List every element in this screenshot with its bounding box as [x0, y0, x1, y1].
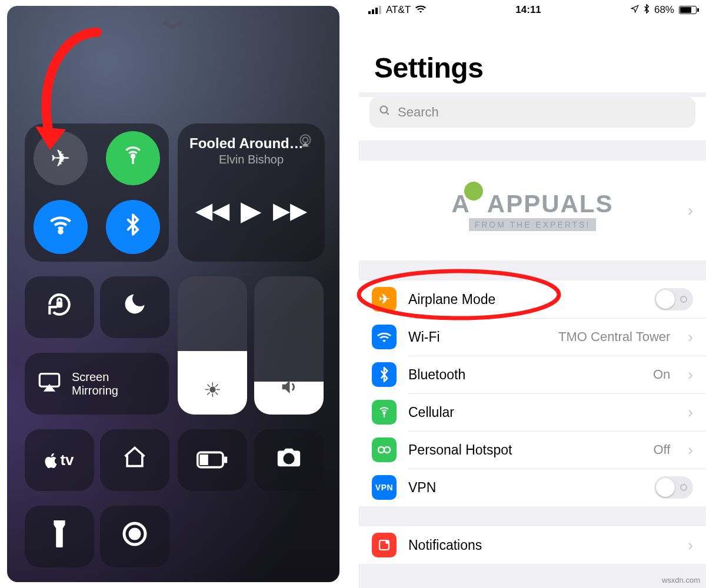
svg-rect-8	[224, 456, 227, 463]
notifications-icon	[372, 533, 397, 557]
vpn-row[interactable]: VPN VPN	[359, 469, 706, 506]
svg-rect-9	[199, 455, 208, 465]
now-playing-title: Fooled Around…	[189, 135, 313, 152]
row-value: TMO Central Tower	[558, 329, 670, 345]
wifi-toggle[interactable]	[34, 200, 88, 254]
camera-icon	[275, 446, 302, 475]
search-placeholder: Search	[398, 105, 439, 120]
watermark-subtitle: FROM THE EXPERTS!	[469, 218, 597, 231]
bluetooth-row[interactable]: Bluetooth On ›	[359, 356, 706, 393]
forward-button[interactable]: ▶▶	[273, 198, 307, 223]
chevron-right-icon: ›	[688, 403, 693, 422]
chevron-right-icon: ›	[688, 328, 693, 346]
row-label: Wi-Fi	[408, 329, 440, 345]
low-power-mode-toggle[interactable]	[178, 429, 247, 491]
row-label: Personal Hotspot	[408, 442, 512, 458]
connectivity-group: ✈ Airplane Mode Wi-Fi TMO Central Tower …	[359, 280, 706, 506]
volume-icon	[279, 377, 299, 402]
screen-mirroring-label: Screen Mirroring	[72, 370, 118, 397]
antenna-icon	[121, 143, 145, 172]
apple-tv-icon: tv	[45, 451, 74, 469]
bluetooth-status-icon	[644, 4, 650, 16]
svg-point-13	[381, 106, 388, 113]
do-not-disturb-toggle[interactable]	[100, 276, 169, 338]
row-label: VPN	[408, 480, 436, 496]
airplane-mode-row[interactable]: ✈ Airplane Mode	[359, 280, 706, 318]
vpn-icon: VPN	[372, 475, 397, 500]
page-title: Settings	[374, 52, 691, 84]
home-icon	[122, 445, 148, 476]
svg-point-4	[303, 138, 308, 143]
svg-rect-5	[56, 301, 62, 307]
svg-point-18	[384, 447, 390, 453]
row-label: Cellular	[408, 405, 454, 420]
now-playing-artist: Elvin Bishop	[189, 153, 313, 166]
svg-point-17	[378, 447, 384, 453]
signal-icon	[368, 6, 381, 14]
now-playing-panel[interactable]: Fooled Around… Elvin Bishop ◀◀ ▶ ▶▶	[178, 123, 325, 262]
svg-point-11	[130, 529, 139, 539]
rewind-button[interactable]: ◀◀	[195, 198, 229, 223]
image-credit: wsxdn.com	[662, 576, 700, 584]
screen-mirroring-button[interactable]: Screen Mirroring	[25, 353, 169, 415]
hotspot-row[interactable]: Personal Hotspot Off ›	[359, 431, 706, 469]
cellular-data-toggle[interactable]	[106, 131, 160, 185]
wifi-status-icon	[415, 4, 426, 16]
airplane-mode-switch[interactable]	[654, 288, 693, 310]
carrier-label: AT&T	[386, 4, 411, 16]
connectivity-panel: ✈	[25, 123, 169, 262]
row-label: Bluetooth	[408, 367, 465, 383]
airplane-icon: ✈	[51, 145, 71, 172]
cellular-row[interactable]: Cellular ›	[359, 393, 706, 431]
notifications-row[interactable]: Notifications ›	[359, 526, 706, 564]
record-icon	[121, 520, 149, 554]
chevron-right-icon: ›	[688, 201, 693, 220]
moon-icon	[122, 291, 148, 323]
chevron-right-icon: ›	[688, 536, 693, 554]
volume-slider[interactable]	[254, 276, 324, 415]
hotspot-icon	[372, 437, 397, 462]
flashlight-icon	[51, 519, 68, 554]
svg-point-21	[385, 540, 389, 544]
collapse-chevron-icon[interactable]: ︾	[163, 14, 184, 43]
play-button[interactable]: ▶	[241, 195, 261, 226]
search-icon	[379, 105, 391, 120]
battery-icon	[197, 446, 228, 475]
bluetooth-toggle[interactable]	[106, 200, 160, 254]
screen-record-button[interactable]	[100, 506, 169, 567]
wifi-icon	[372, 325, 397, 349]
clock: 14:11	[515, 4, 541, 16]
row-value: On	[653, 367, 670, 382]
orientation-lock-icon	[45, 290, 74, 325]
row-label: Notifications	[408, 537, 482, 553]
account-row[interactable]: AAPPUALS FROM THE EXPERTS! ›	[359, 161, 706, 260]
location-icon	[631, 4, 639, 16]
settings-header: Settings	[359, 20, 706, 92]
row-value: Off	[653, 442, 670, 457]
status-bar: AT&T 14:11 68%	[359, 0, 706, 20]
battery-status-icon	[679, 6, 697, 14]
chevron-right-icon: ›	[688, 441, 693, 459]
brightness-icon: ☀	[204, 378, 221, 402]
battery-pct: 68%	[654, 4, 674, 16]
orientation-lock-toggle[interactable]	[25, 276, 94, 338]
apple-tv-remote-button[interactable]: tv	[25, 429, 94, 491]
screen-mirroring-icon	[38, 372, 61, 396]
brightness-slider[interactable]: ☀	[178, 276, 247, 415]
search-input[interactable]: Search	[369, 97, 695, 128]
airplane-mode-toggle[interactable]: ✈	[34, 131, 88, 185]
airplay-icon[interactable]	[298, 133, 313, 151]
settings-screen: AT&T 14:11 68% Settings	[359, 0, 706, 588]
svg-line-14	[387, 112, 389, 115]
bluetooth-icon	[372, 362, 397, 387]
antenna-icon	[372, 400, 397, 425]
home-button[interactable]	[100, 429, 169, 491]
chevron-right-icon: ›	[688, 366, 693, 384]
vpn-switch[interactable]	[654, 476, 693, 499]
bluetooth-icon	[121, 213, 145, 242]
wifi-row[interactable]: Wi-Fi TMO Central Tower ›	[359, 318, 706, 356]
notifications-group: Notifications ›	[359, 526, 706, 564]
flashlight-button[interactable]	[25, 506, 94, 567]
camera-button[interactable]	[254, 429, 324, 491]
wifi-icon	[48, 212, 74, 243]
